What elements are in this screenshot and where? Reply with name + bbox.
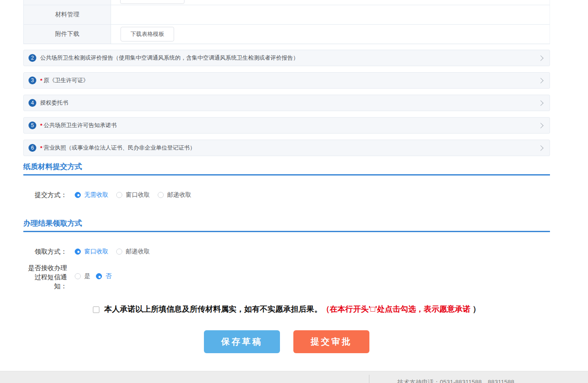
submit-approval-button[interactable]: 提交审批: [293, 330, 369, 353]
save-draft-button[interactable]: 保存草稿: [204, 330, 280, 353]
table-row-partial: [24, 0, 550, 5]
commitment-text: 本人承诺以上所填信息及所传材料属实，如有不实愿承担后果。（在本行开头'□'处点击…: [104, 304, 480, 314]
section-underline: [23, 174, 550, 176]
material-item-5[interactable]: 5 * 公共场所卫生许可告知承诺书: [23, 117, 550, 134]
item-number-badge: 4: [29, 99, 36, 107]
commitment-row: 本人承诺以上所填信息及所传材料属实，如有不实愿承担后果。（在本行开头'□'处点击…: [23, 304, 550, 314]
support-phone-text: 技术支持电话：0531-88311588、88311588: [397, 379, 514, 383]
materials-accordion: 2 公共场所卫生检测或评价报告（使用集中空调通风系统的，含集中空调通风系统卫生检…: [23, 50, 550, 162]
radio-unselected-icon[interactable]: [75, 273, 81, 279]
radio-option-mail-pickup[interactable]: 邮递收取: [116, 248, 150, 255]
radio-unselected-icon[interactable]: [158, 192, 164, 198]
partial-text-input[interactable]: [120, 0, 184, 4]
item-number-badge: 5: [29, 121, 36, 129]
radio-unselected-icon[interactable]: [116, 192, 122, 198]
table-content-cell: 下载表格模板: [111, 25, 550, 44]
page-footer: 技术支持电话：0531-88311588、88311588: [0, 371, 588, 383]
material-item-3[interactable]: 3 * 原《卫生许可证》: [23, 72, 550, 89]
section-title-paper-submission: 纸质材料提交方式: [23, 162, 82, 172]
download-template-button[interactable]: 下载表格模板: [121, 27, 174, 41]
radio-option-mail-collection[interactable]: 邮递收取: [158, 191, 191, 199]
table-content-cell: [111, 5, 550, 24]
table-label-cell: [24, 0, 111, 5]
material-item-label: 营业执照（或事业单位法人证书、民办非企业单位登记证书）: [44, 144, 195, 152]
material-item-6[interactable]: 6 * 营业执照（或事业单位法人证书、民办非企业单位登记证书）: [23, 140, 550, 156]
material-table: 材料管理 附件下载 下载表格模板: [23, 0, 550, 44]
radio-option-label: 邮递收取: [126, 248, 150, 255]
result-pickup-row: 领取方式： 窗口收取 邮递收取: [23, 247, 158, 256]
material-item-label: 原《卫生许可证》: [44, 77, 89, 84]
sms-radio-group: 是 否: [75, 272, 119, 280]
radio-selected-icon[interactable]: [75, 249, 81, 255]
chevron-right-icon[interactable]: [538, 123, 544, 128]
radio-option-window-pickup[interactable]: 窗口收取: [75, 248, 108, 255]
radio-selected-icon[interactable]: [96, 273, 102, 279]
material-item-label: 公共场所卫生检测或评价报告（使用集中空调通风系统的，含集中空调通风系统卫生检测或…: [40, 54, 299, 62]
radio-option-label: 是: [84, 272, 90, 280]
radio-option-label: 否: [105, 272, 111, 280]
paper-submission-row: 提交方式： 无需收取 窗口收取 邮递收取: [23, 190, 199, 199]
commitment-main-text: 本人承诺以上所填信息及所传材料属实，如有不实愿承担后果。: [104, 305, 322, 313]
action-buttons: 保存草稿 提交审批: [23, 330, 550, 353]
field-label-submit-method: 提交方式：: [23, 190, 67, 199]
item-number-badge: 2: [29, 54, 36, 62]
radio-option-yes[interactable]: 是: [75, 272, 90, 280]
sms-notification-row: 是 否: [75, 272, 119, 280]
chevron-right-icon[interactable]: [538, 55, 544, 61]
chevron-right-icon[interactable]: [538, 100, 544, 106]
row-label: 附件下载: [24, 25, 111, 44]
radio-option-window-collection[interactable]: 窗口收取: [116, 191, 150, 199]
material-item-label: 授权委托书: [40, 99, 68, 107]
radio-unselected-icon[interactable]: [116, 249, 122, 255]
chevron-right-icon[interactable]: [538, 145, 544, 151]
section-title-result-pickup: 办理结果领取方式: [23, 218, 82, 228]
section-underline: [23, 231, 550, 232]
radio-option-no[interactable]: 否: [96, 272, 111, 280]
required-marker: *: [40, 77, 42, 84]
material-item-4[interactable]: 4 授权委托书: [23, 95, 550, 111]
chevron-right-icon[interactable]: [538, 78, 544, 83]
radio-option-label: 窗口收取: [84, 248, 108, 255]
row-label: 材料管理: [24, 5, 111, 24]
radio-selected-icon[interactable]: [75, 192, 81, 198]
table-row-material-management: 材料管理: [24, 5, 550, 24]
item-number-badge: 6: [29, 144, 36, 152]
material-item-label: 公共场所卫生许可告知承诺书: [44, 121, 117, 129]
item-number-badge: 3: [29, 77, 36, 84]
pickup-method-radio-group: 窗口收取 邮递收取: [75, 248, 158, 255]
material-item-2[interactable]: 2 公共场所卫生检测或评价报告（使用集中空调通风系统的，含集中空调通风系统卫生检…: [23, 50, 550, 66]
commitment-hint-suffix: ）: [470, 305, 480, 313]
radio-option-label: 无需收取: [84, 191, 108, 199]
commitment-hint-text: （在本行开头'□'处点击勾选，表示愿意承诺: [322, 305, 470, 313]
required-marker: *: [40, 122, 42, 129]
radio-option-no-collection[interactable]: 无需收取: [75, 191, 108, 199]
required-marker: *: [40, 145, 42, 151]
field-label-sms-notification: 是否接收办理过程短信通知：: [23, 263, 67, 290]
footer-divider: [369, 375, 369, 383]
radio-option-label: 邮递收取: [167, 191, 191, 199]
field-label-pickup-method: 领取方式：: [23, 247, 67, 256]
table-row-attachment-download: 附件下载 下载表格模板: [24, 24, 550, 44]
submit-method-radio-group: 无需收取 窗口收取 邮递收取: [75, 191, 199, 199]
radio-option-label: 窗口收取: [126, 191, 150, 199]
commitment-checkbox[interactable]: [93, 306, 99, 313]
